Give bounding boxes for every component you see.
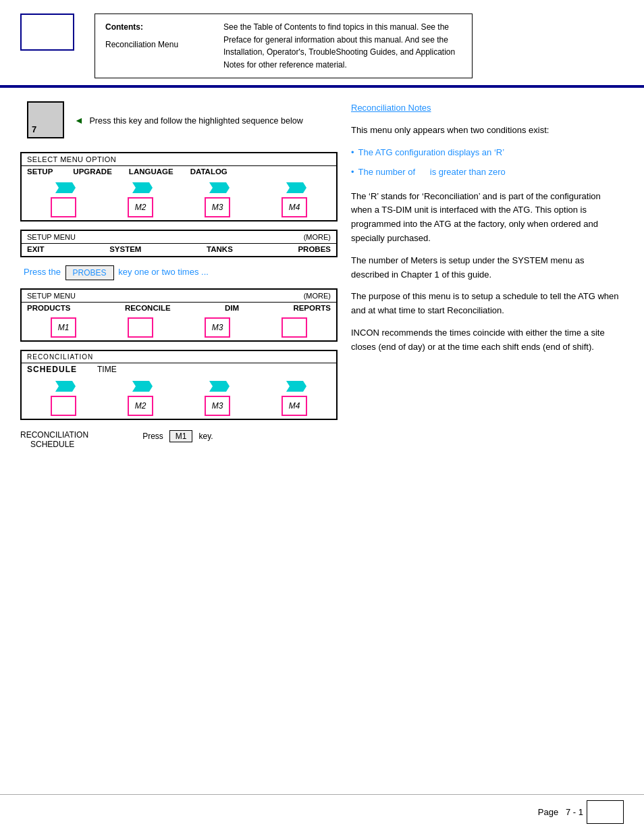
cyan-arrow-1 (52, 181, 76, 194)
press-text: Press the (24, 267, 61, 278)
recon-arrow-3 (206, 380, 230, 393)
setup-menu2-title: SETUP MENU (27, 292, 76, 300)
setup-menu1-more: (MORE) (304, 233, 331, 241)
bottom-press-word: Press (142, 432, 163, 441)
m2-btn[interactable]: M2 (128, 197, 153, 217)
svg-marker-0 (55, 182, 76, 193)
setup-menu-display1: SETUP MENU (MORE) EXIT SYSTEM TANKS PROB… (20, 230, 338, 257)
press-key-line: Press the PROBES key one or two times ..… (24, 265, 338, 280)
recon-arrow-1 (52, 380, 76, 393)
svg-marker-2 (209, 182, 230, 193)
bullet-icon-1: • (351, 146, 354, 160)
arrow-left-icon: ◄ (74, 115, 84, 126)
recon-btn-row: M2 M3 M4 (22, 377, 336, 419)
opt-exit: EXIT (27, 245, 45, 253)
setup-menu2-options: PRODUCTS RECONCILE DIM REPORTS (22, 303, 336, 315)
recon-schedule: SCHEDULE (27, 365, 77, 374)
logo-box (20, 14, 74, 51)
option-setup: SETUP (27, 167, 53, 176)
intro-text: This menu only appears when two conditio… (351, 125, 549, 135)
page-number: 7 - 1 (566, 807, 583, 817)
setup-menu2-btn-row: M1 M3 (22, 315, 336, 340)
key7-instruction: Press this key and follow the highlighte… (89, 116, 302, 126)
opt-tanks: TANKS (207, 245, 233, 253)
m-btn-empty-1 (51, 197, 76, 217)
select-menu-btn-row: M2 M3 M4 (22, 178, 336, 220)
recon-m3[interactable]: M3 (205, 396, 230, 416)
condition1-bullet: • The ATG configuration displays an ‘R’ (351, 146, 624, 160)
m3-btn[interactable]: M3 (205, 197, 230, 217)
cyan-arrow-2 (129, 181, 153, 194)
intro-para: This menu only appears when two conditio… (351, 124, 624, 138)
contents-desc: See the Table of Contents to find topics… (223, 21, 462, 71)
page-label: Page 7 - 1 (538, 807, 583, 817)
opt-probes: PROBES (298, 245, 331, 253)
setup-menu2-more: (MORE) (304, 292, 331, 300)
recon-notes-link[interactable]: Reconciliation Notes (351, 101, 624, 115)
probes-key-box: PROBES (65, 265, 114, 280)
bottom-labels-row: RECONCILIATION SCHEDULE Press M1 key. (20, 430, 338, 449)
svg-marker-4 (55, 381, 76, 392)
header-section: Contents: Reconciliation Menu See the Ta… (0, 0, 644, 85)
opt-reports: REPORTS (293, 304, 331, 312)
condition1-text: The ATG configuration displays an ‘R’ (358, 146, 505, 160)
para3: The purpose of this menu is to setup a s… (351, 290, 624, 318)
setup-menu1-title-row: SETUP MENU (MORE) (22, 231, 336, 244)
m4-btn[interactable]: M4 (281, 197, 307, 217)
option-datalog: DATALOG (190, 167, 227, 176)
recon-options: SCHEDULE TIME (22, 363, 336, 377)
bottom-key-suffix: key. (198, 432, 213, 441)
option-language: LANGUAGE (129, 167, 173, 176)
recon-title: RECONCILIATION (22, 351, 336, 363)
option-upgrade: UPGRADE (73, 167, 112, 176)
page-footer: Page 7 - 1 (0, 794, 644, 824)
contents-item: Reconciliation Menu (105, 38, 213, 51)
svg-marker-7 (286, 381, 306, 392)
select-menu-display: SELECT MENU OPTION SETUP UPGRADE LANGUAG… (20, 152, 338, 221)
setup-menu1-options: EXIT SYSTEM TANKS PROBES (22, 244, 336, 256)
select-menu-options: SETUP UPGRADE LANGUAGE DATALOG (22, 166, 336, 178)
svg-marker-3 (286, 182, 306, 193)
recon-m-empty (51, 396, 76, 416)
m1-btn[interactable]: M1 (51, 317, 76, 338)
recon-m2[interactable]: M2 (128, 396, 153, 416)
setup-menu1-title: SETUP MENU (27, 233, 76, 241)
reconciliation-display: RECONCILIATION SCHEDULE TIME M2 M3 (20, 350, 338, 420)
opt-products: PRODUCTS (27, 304, 71, 312)
opt-reconcile: RECONCILE (125, 304, 171, 312)
bullet-icon-2: • (351, 165, 354, 180)
para1: The ‘R’ stands for ‘Reconciliation’ and … (351, 190, 624, 246)
para2: The number of Meters is setup under the … (351, 254, 624, 282)
para4: INCON recommends the times coincide with… (351, 326, 624, 355)
bottom-press-row: Press M1 key. (142, 430, 213, 442)
m-btn-empty-3 (281, 317, 307, 338)
opt-dim: DIM (225, 304, 239, 312)
svg-marker-6 (209, 381, 230, 392)
recon-m4[interactable]: M4 (281, 396, 307, 416)
setup-menu-display2: SETUP MENU (MORE) PRODUCTS RECONCILE DIM… (20, 288, 338, 342)
bottom-recon-line2: SCHEDULE (20, 440, 88, 449)
bottom-recon-line1: RECONCILIATION (20, 430, 88, 440)
bottom-key-box: M1 (169, 430, 193, 442)
cyan-arrow-3 (206, 181, 230, 194)
svg-marker-5 (132, 381, 153, 392)
condition2-bullet: • The number of is greater than zero (351, 165, 624, 180)
key7-label: 7 (32, 124, 36, 134)
press-key-suffix: key one or two times ... (118, 267, 209, 278)
key7-row: 7 ◄ Press this key and follow the highli… (27, 101, 338, 138)
recon-arrow-4 (283, 380, 306, 393)
m-btn-empty-2 (128, 317, 153, 338)
svg-marker-1 (132, 182, 153, 193)
cyan-arrow-4 (283, 181, 306, 194)
contents-box: Contents: Reconciliation Menu See the Ta… (95, 14, 473, 78)
select-menu-title: SELECT MENU OPTION (22, 153, 336, 166)
condition2-prefix: The number of (358, 165, 416, 180)
m3-btn2[interactable]: M3 (205, 317, 230, 338)
bottom-recon-label: RECONCILIATION SCHEDULE (20, 430, 88, 449)
opt-system: SYSTEM (109, 245, 141, 253)
key7-box: 7 (27, 101, 64, 138)
left-column: 7 ◄ Press this key and follow the highli… (20, 101, 338, 449)
recon-arrow-2 (129, 380, 153, 393)
footer-box (587, 800, 624, 824)
main-content: 7 ◄ Press this key and follow the highli… (0, 88, 644, 463)
